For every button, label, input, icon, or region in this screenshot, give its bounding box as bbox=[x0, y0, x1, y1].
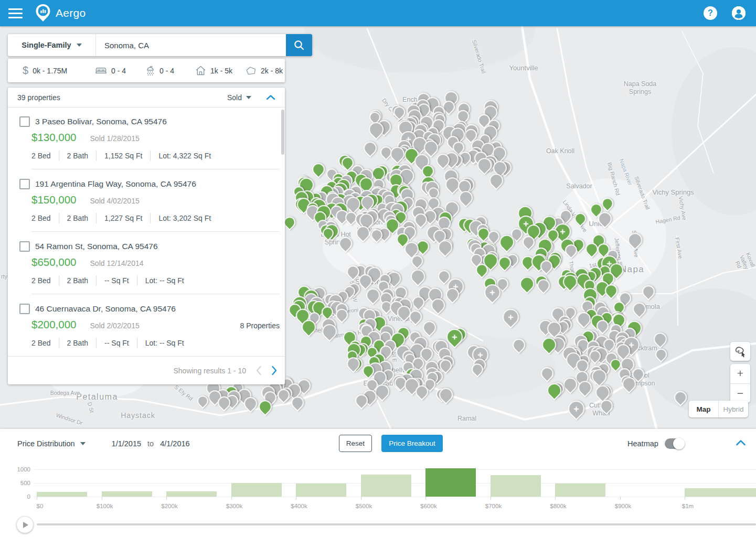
collapse-list-button[interactable] bbox=[266, 94, 275, 100]
play-icon bbox=[23, 522, 28, 528]
histogram-bar-selected[interactable] bbox=[425, 468, 476, 497]
filter-baths[interactable]: 0 - 4 bbox=[145, 66, 174, 76]
hybrid-view-button[interactable]: Hybrid bbox=[719, 401, 748, 417]
x-axis-label: $500k bbox=[356, 503, 372, 509]
property-checkbox[interactable] bbox=[19, 179, 30, 189]
x-axis-tick bbox=[166, 497, 167, 500]
lasso-select-button[interactable] bbox=[730, 342, 750, 361]
sort-select[interactable]: Sold bbox=[227, 93, 251, 102]
next-page-button[interactable] bbox=[271, 366, 278, 375]
property-checkbox[interactable] bbox=[19, 116, 30, 127]
property-price-row: $200,000Sold 2/02/2015 bbox=[31, 318, 140, 331]
property-card[interactable]: 46 Cuernavaca Dr, Sonoma, CA 95476$200,0… bbox=[8, 294, 285, 357]
histogram-bar[interactable] bbox=[37, 492, 87, 497]
logo-pin-icon bbox=[34, 3, 52, 23]
filter-beds-value: 0 - 4 bbox=[111, 67, 126, 75]
heatmap-toggle[interactable] bbox=[665, 438, 684, 449]
app-logo: Aergo bbox=[34, 3, 86, 23]
property-card[interactable]: 191 Argentina Flag Way, Sonoma, CA 95476… bbox=[8, 169, 285, 232]
property-address: 191 Argentina Flag Way, Sonoma, CA 95476 bbox=[35, 179, 196, 189]
histogram-bar[interactable] bbox=[491, 475, 541, 497]
property-address: 3 Paseo Bolivar, Sonoma, CA 95476 bbox=[35, 117, 167, 126]
zoom-in-button[interactable]: + bbox=[730, 364, 750, 384]
reset-button[interactable]: Reset bbox=[339, 435, 372, 452]
property-price: $200,000 bbox=[31, 318, 77, 331]
property-sold-date: Sold 12/14/2014 bbox=[90, 259, 144, 267]
x-axis-label: $0 bbox=[37, 503, 44, 509]
filter-bar: $ 0k - 1.75M 0 - 4 0 - 4 1k - 5k 2k - bbox=[8, 59, 285, 82]
x-axis-tick bbox=[102, 497, 102, 500]
histogram-bar[interactable] bbox=[685, 488, 756, 497]
histogram-bar[interactable] bbox=[361, 475, 411, 497]
lasso-icon bbox=[733, 345, 747, 358]
property-baths: 2 Bath bbox=[59, 275, 96, 286]
property-sqft: 1,152 Sq Ft bbox=[96, 151, 150, 161]
results-count: 39 properties bbox=[17, 93, 60, 102]
help-icon[interactable]: ? bbox=[704, 6, 717, 20]
histogram-bar[interactable] bbox=[231, 483, 282, 497]
search-button[interactable] bbox=[286, 34, 312, 56]
price-breakout-button[interactable]: Price Breakout bbox=[381, 435, 443, 452]
map-view-button[interactable]: Map bbox=[689, 401, 719, 417]
histogram-bar[interactable] bbox=[166, 491, 217, 497]
property-stats: 2 Bed2 Bath-- Sq FtLot: -- Sq Ft bbox=[31, 338, 192, 348]
analytics-panel: Price Distribution 1/1/2015 to 4/1/2016 … bbox=[0, 429, 756, 537]
property-type-select[interactable]: Single-Family bbox=[8, 34, 95, 56]
x-axis-tick bbox=[296, 497, 296, 500]
property-address: 46 Cuernavaca Dr, Sonoma, CA 95476 bbox=[35, 304, 176, 314]
date-from[interactable]: 1/1/2015 bbox=[112, 439, 141, 448]
property-checkbox[interactable] bbox=[19, 304, 30, 314]
results-header: 39 properties Sold bbox=[8, 88, 285, 108]
search-bar: Single-Family bbox=[8, 34, 312, 56]
property-sqft: 1,227 Sq Ft bbox=[96, 213, 150, 223]
histogram-bar[interactable] bbox=[555, 484, 605, 497]
shower-icon bbox=[145, 66, 155, 76]
filter-baths-value: 0 - 4 bbox=[159, 67, 174, 75]
chevron-down-icon bbox=[77, 44, 82, 47]
person-icon bbox=[732, 6, 746, 20]
property-beds: 2 Bed bbox=[31, 151, 59, 161]
property-address-row: 54 Ramon St, Sonoma, CA 95476 bbox=[19, 241, 158, 252]
collapse-panel-button[interactable] bbox=[736, 438, 746, 448]
filter-beds[interactable]: 0 - 4 bbox=[95, 67, 126, 75]
x-axis-label: $200k bbox=[161, 503, 177, 509]
property-address-row: 3 Paseo Bolivar, Sonoma, CA 95476 bbox=[19, 116, 167, 127]
x-axis-tick bbox=[620, 497, 621, 500]
filter-price[interactable]: $ 0k - 1.75M bbox=[23, 65, 67, 77]
app-header: Aergo ? bbox=[0, 0, 756, 26]
filter-sqft[interactable]: 1k - 5k bbox=[195, 66, 232, 76]
timeline-slider[interactable] bbox=[37, 523, 756, 525]
profile-icon[interactable] bbox=[732, 6, 746, 20]
app: YountvilleNapa Soda SpringsEnchanted Hil… bbox=[0, 0, 756, 537]
x-axis-label: $600k bbox=[420, 503, 436, 509]
x-axis-label: $800k bbox=[550, 503, 566, 509]
list-scrollbar[interactable] bbox=[281, 110, 284, 155]
date-to[interactable]: 4/1/2016 bbox=[160, 439, 189, 448]
map-type-toggle: Map Hybrid bbox=[689, 401, 748, 417]
property-card[interactable]: 54 Ramon St, Sonoma, CA 95476$650,000Sol… bbox=[8, 232, 285, 294]
zoom-out-button[interactable]: − bbox=[730, 384, 750, 403]
hamburger-menu-icon[interactable] bbox=[8, 8, 23, 18]
property-lot: Lot: -- Sq Ft bbox=[137, 338, 192, 348]
prev-page-button[interactable] bbox=[255, 366, 262, 375]
plus-icon: + bbox=[504, 310, 518, 324]
filter-lot[interactable]: 2k - 8k bbox=[246, 66, 283, 76]
bed-icon bbox=[95, 67, 107, 74]
property-lot: Lot: 4,322 Sq Ft bbox=[150, 151, 219, 161]
property-card[interactable]: 3 Paseo Bolivar, Sonoma, CA 95476$130,00… bbox=[8, 107, 285, 169]
property-checkbox[interactable] bbox=[19, 241, 30, 252]
property-price: $150,000 bbox=[31, 194, 77, 206]
y-axis-label: 500 bbox=[4, 480, 30, 486]
histogram-bar[interactable] bbox=[296, 484, 346, 497]
x-axis-tick bbox=[425, 497, 426, 500]
property-sold-date: Sold 2/02/2015 bbox=[90, 321, 140, 330]
histogram-bar[interactable] bbox=[102, 491, 152, 497]
plus-icon: + bbox=[485, 285, 499, 299]
x-axis-label: $400k bbox=[291, 503, 307, 509]
metric-value: Price Distribution bbox=[17, 439, 75, 448]
filter-price-value: 0k - 1.75M bbox=[33, 67, 67, 75]
play-timeline-button[interactable] bbox=[16, 516, 34, 533]
search-input[interactable] bbox=[95, 34, 286, 56]
metric-select[interactable]: Price Distribution bbox=[17, 439, 86, 448]
sort-value: Sold bbox=[227, 93, 242, 102]
